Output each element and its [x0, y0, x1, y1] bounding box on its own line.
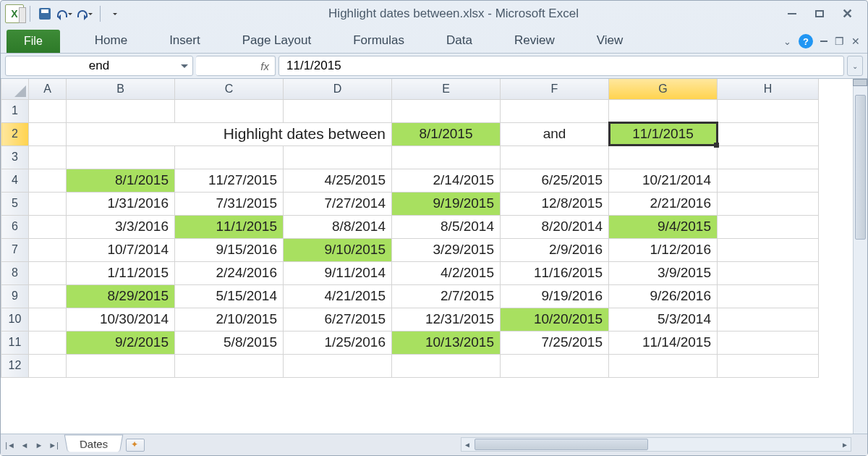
vertical-scrollbar[interactable]: [853, 79, 867, 434]
file-tab[interactable]: File: [7, 30, 60, 53]
ribbon-tab-page-layout[interactable]: Page Layout: [228, 28, 326, 53]
cell-A4[interactable]: [29, 169, 67, 192]
cell-E12[interactable]: [392, 354, 501, 377]
column-header-E[interactable]: E: [392, 79, 501, 99]
cell-E1[interactable]: [392, 99, 501, 122]
cell-B10[interactable]: 10/30/2014: [67, 308, 175, 331]
cell-G3[interactable]: [609, 145, 718, 169]
sheet-nav-next[interactable]: ►: [33, 439, 46, 452]
formula-expand-button[interactable]: ⌄: [847, 56, 863, 76]
cell-F3[interactable]: [501, 145, 609, 169]
row-header-11[interactable]: 11: [1, 331, 29, 354]
cell-A6[interactable]: [29, 215, 67, 238]
scroll-right-button[interactable]: ►: [839, 438, 851, 451]
cell-C1[interactable]: [175, 99, 284, 122]
ribbon-tab-data[interactable]: Data: [432, 28, 487, 53]
cell-G8[interactable]: 3/9/2015: [609, 261, 718, 284]
row-header-2[interactable]: 2: [1, 122, 29, 145]
cell-D7[interactable]: 9/10/2015: [284, 238, 392, 261]
cell-G10[interactable]: 5/3/2014: [609, 308, 718, 331]
row-header-7[interactable]: 7: [1, 238, 29, 261]
cell-D5[interactable]: 7/27/2014: [284, 192, 392, 215]
cell-G4[interactable]: 10/21/2014: [609, 169, 718, 192]
cell-E6[interactable]: 8/5/2014: [392, 215, 501, 238]
cell-D10[interactable]: 6/27/2015: [284, 308, 392, 331]
cell-B7[interactable]: 10/7/2014: [67, 238, 175, 261]
cell-E4[interactable]: 2/14/2015: [392, 169, 501, 192]
cell-B3[interactable]: [67, 145, 175, 169]
cell-D1[interactable]: [284, 99, 392, 122]
cell-C8[interactable]: 2/24/2016: [175, 261, 284, 284]
cell-A11[interactable]: [29, 331, 67, 354]
cell-B4[interactable]: 8/1/2015: [67, 169, 175, 192]
cell-F8[interactable]: 11/16/2015: [501, 261, 609, 284]
cell-C11[interactable]: 5/8/2015: [175, 331, 284, 354]
fx-icon[interactable]: fx: [260, 60, 269, 72]
ribbon-tab-view[interactable]: View: [582, 28, 638, 53]
cell-A2[interactable]: [29, 122, 67, 145]
cell-C12[interactable]: [175, 354, 284, 377]
cell-E7[interactable]: 3/29/2015: [392, 238, 501, 261]
formula-input[interactable]: 11/1/2015: [278, 56, 844, 76]
row-header-9[interactable]: 9: [1, 284, 29, 308]
cell-B8[interactable]: 1/11/2015: [67, 261, 175, 284]
cell-C10[interactable]: 2/10/2015: [175, 308, 284, 331]
cell-E9[interactable]: 2/7/2015: [392, 284, 501, 308]
cell-D9[interactable]: 4/21/2015: [284, 284, 392, 308]
ribbon-tab-insert[interactable]: Insert: [155, 28, 215, 53]
header-label[interactable]: Highlight dates between: [67, 122, 392, 145]
ribbon-tab-formulas[interactable]: Formulas: [339, 28, 419, 53]
sheet-nav-prev[interactable]: ◄: [18, 439, 31, 452]
cell-A9[interactable]: [29, 284, 67, 308]
cell-H5[interactable]: [718, 192, 819, 215]
cell-B11[interactable]: 9/2/2015: [67, 331, 175, 354]
cell-E10[interactable]: 12/31/2015: [392, 308, 501, 331]
cell-C5[interactable]: 7/31/2015: [175, 192, 284, 215]
cell-B5[interactable]: 1/31/2016: [67, 192, 175, 215]
cell-H12[interactable]: [718, 354, 819, 377]
row-header-5[interactable]: 5: [1, 192, 29, 215]
cell-D3[interactable]: [284, 145, 392, 169]
mdi-minimize-button[interactable]: [820, 41, 827, 42]
row-header-6[interactable]: 6: [1, 215, 29, 238]
scrollbar-thumb[interactable]: [475, 439, 648, 450]
cell-G7[interactable]: 1/12/2016: [609, 238, 718, 261]
minimize-button[interactable]: [783, 7, 801, 21]
cell-G6[interactable]: 9/4/2015: [609, 215, 718, 238]
close-button[interactable]: ✕: [838, 7, 856, 21]
cell-H11[interactable]: [718, 331, 819, 354]
cell-D4[interactable]: 4/25/2015: [284, 169, 392, 192]
cell-B12[interactable]: [67, 354, 175, 377]
column-header-A[interactable]: A: [29, 79, 67, 99]
start-date-cell[interactable]: 8/1/2015: [392, 122, 501, 145]
cell-D12[interactable]: [284, 354, 392, 377]
cell-A12[interactable]: [29, 354, 67, 377]
cell-F12[interactable]: [501, 354, 609, 377]
cell-C3[interactable]: [175, 145, 284, 169]
sheet-table[interactable]: ABCDEFGH 12Highlight dates between8/1/20…: [1, 79, 819, 378]
cell-G12[interactable]: [609, 354, 718, 377]
cell-G1[interactable]: [609, 99, 718, 122]
split-handle[interactable]: [853, 79, 867, 86]
cell-G9[interactable]: 9/26/2016: [609, 284, 718, 308]
cell-H3[interactable]: [718, 145, 819, 169]
save-button[interactable]: [36, 5, 54, 22]
cell-F9[interactable]: 9/19/2016: [501, 284, 609, 308]
select-all-corner[interactable]: [1, 79, 29, 99]
column-header-F[interactable]: F: [501, 79, 609, 99]
cell-D6[interactable]: 8/8/2014: [284, 215, 392, 238]
column-header-D[interactable]: D: [284, 79, 392, 99]
ribbon-tab-home[interactable]: Home: [80, 28, 142, 53]
sheet-tab-dates[interactable]: Dates: [64, 434, 124, 452]
cell-E11[interactable]: 10/13/2015: [392, 331, 501, 354]
ribbon-minimize-button[interactable]: ⌄: [783, 36, 791, 47]
new-sheet-button[interactable]: [126, 439, 145, 452]
ribbon-tab-review[interactable]: Review: [500, 28, 569, 53]
cell-H7[interactable]: [718, 238, 819, 261]
cell-A5[interactable]: [29, 192, 67, 215]
row-header-1[interactable]: 1: [1, 99, 29, 122]
cell-E3[interactable]: [392, 145, 501, 169]
horizontal-scrollbar[interactable]: ◄ ►: [461, 437, 851, 452]
sheet-nav-first[interactable]: |◄: [4, 439, 17, 452]
cell-G11[interactable]: 11/14/2015: [609, 331, 718, 354]
